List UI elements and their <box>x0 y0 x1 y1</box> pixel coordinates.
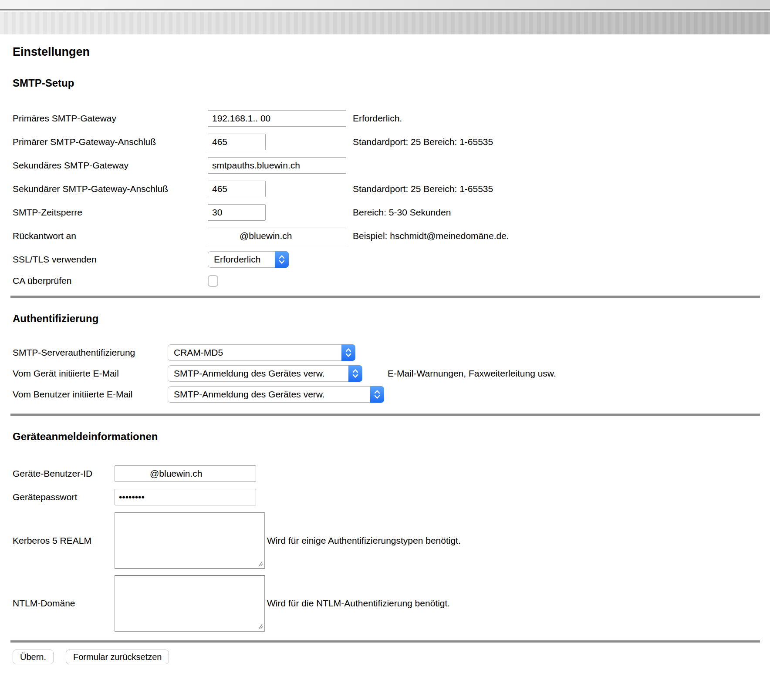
smtp-setup-heading: SMTP-Setup <box>13 77 770 89</box>
field-label: Primäres SMTP-Gateway <box>13 113 208 124</box>
ssl-tls-select[interactable]: Erforderlich <box>208 251 289 268</box>
form-row-secondary-port: Sekundärer SMTP-Gateway-Anschluß Standar… <box>13 177 770 201</box>
reply-address-input[interactable] <box>208 228 346 244</box>
secondary-smtp-gateway-input[interactable] <box>208 157 346 174</box>
form-row-smtp-timeout: SMTP-Zeitsperre Bereich: 5-30 Sekunden <box>13 201 770 224</box>
field-cell <box>115 465 267 482</box>
header-main-bar <box>0 12 770 34</box>
field-label: Primärer SMTP-Gateway-Anschluß <box>13 137 208 147</box>
chevron-up-down-icon <box>348 365 362 382</box>
field-cell <box>208 110 353 127</box>
smtp-server-auth-select[interactable]: CRAM-MD5 <box>168 344 355 361</box>
chevron-up-down-icon <box>341 344 355 361</box>
textarea-wrapper <box>115 575 265 632</box>
field-cell: CRAM-MD5 <box>168 344 388 361</box>
field-cell: Erforderlich <box>208 251 353 268</box>
field-label: SMTP-Zeitsperre <box>13 207 208 218</box>
field-label: NTLM-Domäne <box>13 598 115 609</box>
form-row-primary-gateway: Primäres SMTP-Gateway Erforderlich. <box>13 107 770 130</box>
smtp-timeout-input[interactable] <box>208 204 266 221</box>
field-note: Standardport: 25 Bereich: 1-65535 <box>353 137 493 147</box>
header-gradient-bar <box>0 0 770 34</box>
field-cell <box>115 575 267 632</box>
button-row: Übern. Formular zurücksetzen <box>13 650 770 664</box>
field-label: Rückantwort an <box>13 231 208 241</box>
field-label: Sekundärer SMTP-Gateway-Anschluß <box>13 184 208 194</box>
device-initiated-email-select[interactable]: SMTP-Anmeldung des Gerätes verw. <box>168 365 362 382</box>
field-note: Erforderlich. <box>353 113 402 124</box>
field-note: Standardport: 25 Bereich: 1-65535 <box>353 184 493 194</box>
device-user-id-input[interactable] <box>115 465 256 482</box>
auth-section: Authentifizierung SMTP-Serverauthentifiz… <box>0 313 770 405</box>
field-cell: SMTP-Anmeldung des Gerätes verw. <box>168 386 388 403</box>
primary-smtp-gateway-input[interactable] <box>208 110 346 127</box>
field-note: E-Mail-Warnungen, Faxweiterleitung usw. <box>388 368 556 379</box>
field-label: SSL/TLS verwenden <box>13 254 208 265</box>
chevron-up-down-icon <box>374 389 381 400</box>
chevron-up-down-icon <box>275 251 289 268</box>
form-row-primary-port: Primärer SMTP-Gateway-Anschluß Standardp… <box>13 130 770 154</box>
field-note: Bereich: 5-30 Sekunden <box>353 207 451 218</box>
form-row-verify-ca: CA überprüfen <box>13 271 770 290</box>
authentication-heading: Authentifizierung <box>13 313 770 325</box>
field-cell <box>208 228 353 244</box>
field-cell <box>115 512 267 569</box>
field-cell <box>208 181 353 197</box>
form-row-secondary-gateway: Sekundäres SMTP-Gateway <box>13 154 770 177</box>
field-cell <box>208 157 353 174</box>
chevron-up-down-icon <box>345 347 352 358</box>
field-label: SMTP-Serverauthentifizierung <box>13 347 168 358</box>
resize-handle-icon[interactable] <box>257 560 263 566</box>
section-divider <box>10 640 760 643</box>
secondary-smtp-port-input[interactable] <box>208 181 266 197</box>
reset-form-button[interactable]: Formular zurücksetzen <box>66 650 169 664</box>
chevron-up-down-icon <box>370 386 384 403</box>
field-note: Beispiel: hschmidt@meinedomäne.de. <box>353 231 509 241</box>
resize-handle-icon[interactable] <box>257 623 263 629</box>
field-label: Gerätepasswort <box>13 492 115 502</box>
primary-smtp-port-input[interactable] <box>208 134 266 150</box>
submit-button[interactable]: Übern. <box>13 650 54 664</box>
field-cell <box>208 204 353 221</box>
field-cell <box>115 489 267 505</box>
device-credentials-heading: Geräteanmeldeinformationen <box>13 431 770 443</box>
verify-ca-checkbox[interactable] <box>208 275 218 287</box>
device-credentials-section: Geräteanmeldeinformationen Geräte-Benutz… <box>0 431 770 632</box>
select-value: SMTP-Anmeldung des Gerätes verw. <box>174 368 325 379</box>
field-label: Geräte-Benutzer-ID <box>13 468 115 479</box>
field-label: CA überprüfen <box>13 276 208 286</box>
form-row-device-user-id: Geräte-Benutzer-ID <box>13 462 770 485</box>
field-cell <box>208 275 353 287</box>
form-row-user-email: Vom Benutzer initiierte E-Mail SMTP-Anme… <box>13 384 770 405</box>
field-note: Wird für einige Authentifizierungstypen … <box>267 535 461 546</box>
user-initiated-email-select[interactable]: SMTP-Anmeldung des Gerätes verw. <box>168 386 384 403</box>
field-label: Kerberos 5 REALM <box>13 535 115 546</box>
header-top-strip <box>0 0 770 9</box>
select-value: Erforderlich <box>214 254 260 265</box>
actions-section: Übern. Formular zurücksetzen <box>0 650 770 664</box>
select-value: SMTP-Anmeldung des Gerätes verw. <box>174 389 325 400</box>
form-row-reply-address: Rückantwort an Beispiel: hschmidt@meined… <box>13 224 770 248</box>
kerberos-realm-textarea[interactable] <box>115 512 265 569</box>
form-row-ssl-tls: SSL/TLS verwenden Erforderlich <box>13 248 770 271</box>
field-note: Wird für die NTLM-Authentifizierung benö… <box>267 598 450 609</box>
chevron-up-down-icon <box>352 368 359 379</box>
form-row-device-password: Gerätepasswort <box>13 485 770 509</box>
field-label: Sekundäres SMTP-Gateway <box>13 160 208 171</box>
form-row-device-email: Vom Gerät initiierte E-Mail SMTP-Anmeldu… <box>13 363 770 384</box>
textarea-wrapper <box>115 512 265 569</box>
field-cell: SMTP-Anmeldung des Gerätes verw. <box>168 365 388 382</box>
page-title: Einstellungen <box>13 45 770 59</box>
form-row-server-auth: SMTP-Serverauthentifizierung CRAM-MD5 <box>13 342 770 363</box>
form-row-kerberos-realm: Kerberos 5 REALM Wird für einige Authent… <box>13 512 770 569</box>
field-label: Vom Gerät initiierte E-Mail <box>13 368 168 379</box>
section-divider <box>10 414 760 416</box>
field-label: Vom Benutzer initiierte E-Mail <box>13 389 168 400</box>
section-divider <box>10 296 760 298</box>
form-row-ntlm-domain: NTLM-Domäne Wird für die NTLM-Authentifi… <box>13 575 770 632</box>
field-cell <box>208 134 353 150</box>
select-value: CRAM-MD5 <box>174 347 223 358</box>
ntlm-domain-textarea[interactable] <box>115 575 265 632</box>
settings-form: Einstellungen SMTP-Setup Primäres SMTP-G… <box>0 45 770 290</box>
device-password-input[interactable] <box>115 489 256 505</box>
